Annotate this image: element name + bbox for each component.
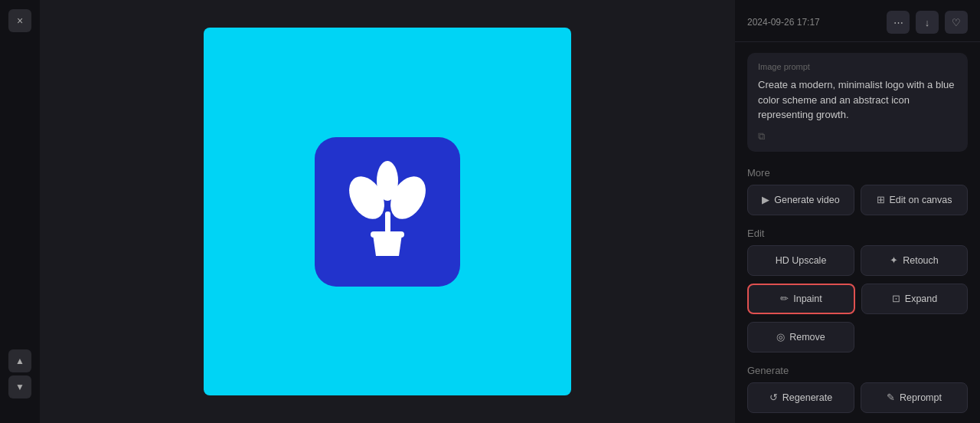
- close-button[interactable]: ×: [8, 9, 31, 32]
- expand-icon: ⊡: [892, 293, 900, 304]
- prompt-card: Image prompt Create a modern, minimalist…: [747, 53, 968, 152]
- nav-arrows: ▲ ▼: [8, 349, 31, 414]
- remove-button[interactable]: ◎ Remove: [747, 322, 854, 352]
- reprompt-label: Reprompt: [900, 392, 942, 403]
- expand-button[interactable]: ⊡ Expand: [861, 284, 968, 314]
- svg-point-3: [377, 161, 398, 201]
- plant-logo-card: [315, 137, 460, 287]
- nav-down-button[interactable]: ▼: [8, 375, 31, 398]
- bookmark-button[interactable]: ♡: [945, 11, 968, 34]
- generate-video-label: Generate video: [774, 195, 839, 205]
- svg-rect-4: [371, 231, 404, 238]
- regenerate-button[interactable]: ↺ Regenerate: [747, 382, 854, 413]
- generate-video-button[interactable]: ▶ Generate video: [747, 185, 854, 215]
- retouch-label: Retouch: [903, 255, 939, 266]
- plant-svg: [338, 158, 437, 265]
- copy-icon[interactable]: ⧉: [758, 130, 765, 143]
- more-buttons-row: ▶ Generate video ⊞ Edit on canvas: [735, 185, 980, 223]
- generate-section-label: Generate: [735, 360, 980, 382]
- panel-header: 2024-09-26 17:17 ⋯ ↓ ♡: [735, 0, 980, 42]
- right-panel: 2024-09-26 17:17 ⋯ ↓ ♡ Image prompt Crea…: [735, 0, 980, 423]
- edit-on-canvas-button[interactable]: ⊞ Edit on canvas: [861, 185, 968, 215]
- more-options-button[interactable]: ⋯: [887, 11, 910, 34]
- svg-rect-0: [385, 212, 390, 233]
- prompt-label: Image prompt: [758, 62, 957, 71]
- edit-on-canvas-icon: ⊞: [877, 194, 885, 205]
- more-section-label: More: [735, 162, 980, 185]
- header-actions: ⋯ ↓ ♡: [887, 11, 968, 34]
- remove-label: Remove: [789, 332, 825, 343]
- inpaint-icon: ✏: [780, 293, 789, 304]
- generated-image: [204, 28, 571, 395]
- edit-row-1: HD Upscale ✦ Retouch: [735, 245, 980, 284]
- inpaint-label: Inpaint: [793, 293, 822, 304]
- retouch-icon: ✦: [890, 254, 898, 266]
- remove-icon: ◎: [776, 331, 785, 343]
- left-sidebar: × ▲ ▼: [0, 0, 40, 423]
- edit-row-2: ✏ Inpaint ⊡ Expand: [735, 284, 980, 322]
- upscale-label: HD Upscale: [776, 255, 827, 266]
- retouch-button[interactable]: ✦ Retouch: [861, 245, 968, 276]
- generate-row: ↺ Regenerate ✎ Reprompt: [735, 382, 980, 421]
- prompt-text: Create a modern, minimalist logo with a …: [758, 77, 957, 123]
- edit-section-label: Edit: [735, 223, 980, 245]
- download-button[interactable]: ↓: [916, 11, 939, 34]
- inpaint-button[interactable]: ✏ Inpaint: [747, 284, 855, 314]
- reprompt-button[interactable]: ✎ Reprompt: [861, 382, 968, 413]
- main-image-area: [40, 0, 735, 423]
- reprompt-icon: ✎: [887, 392, 895, 403]
- edit-row-3: ◎ Remove: [735, 322, 980, 360]
- nav-up-button[interactable]: ▲: [8, 349, 31, 372]
- regenerate-label: Regenerate: [782, 392, 832, 403]
- edit-on-canvas-label: Edit on canvas: [890, 195, 952, 205]
- upscale-button[interactable]: HD Upscale: [747, 245, 854, 276]
- regenerate-icon: ↺: [769, 392, 778, 403]
- timestamp: 2024-09-26 17:17: [747, 17, 820, 28]
- expand-label: Expand: [905, 293, 937, 304]
- generate-video-icon: ▶: [762, 194, 769, 205]
